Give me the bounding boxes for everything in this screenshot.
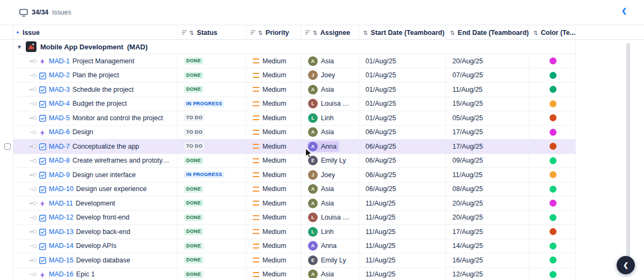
color-cell[interactable] xyxy=(529,225,576,239)
issue-key-link[interactable]: MAD-4 xyxy=(49,100,70,107)
issue-cell[interactable]: MAD-13Develop back-end xyxy=(13,225,178,239)
issue-key-link[interactable]: MAD-15 xyxy=(49,257,74,264)
issue-cell[interactable]: MAD-15Develop database xyxy=(13,253,178,267)
assignee-cell[interactable]: JJoey xyxy=(301,168,359,182)
start-date-cell[interactable]: 01/Aug/25 xyxy=(359,83,446,97)
filter-icon[interactable] xyxy=(251,31,255,35)
start-date-cell[interactable]: 06/Aug/25 xyxy=(359,182,446,196)
sort-icon[interactable]: ⇅ xyxy=(363,30,368,36)
table-row[interactable]: MAD-15Develop databaseDONEMediumEEmily L… xyxy=(13,253,575,268)
start-date-cell[interactable]: 06/Aug/25 xyxy=(359,154,446,168)
issue-key-link[interactable]: MAD-13 xyxy=(49,228,74,236)
priority-cell[interactable]: Medium xyxy=(246,239,301,253)
end-date-cell[interactable]: 20/Aug/25 xyxy=(446,54,529,68)
priority-cell[interactable]: Medium xyxy=(246,182,301,196)
issue-key-link[interactable]: MAD-9 xyxy=(49,171,70,179)
color-dot[interactable] xyxy=(550,72,557,79)
color-dot[interactable] xyxy=(550,114,557,121)
assignee-cell[interactable]: EEmily Ly xyxy=(301,154,359,168)
status-cell[interactable]: DONE xyxy=(178,69,246,83)
issue-cell[interactable]: MAD-12Develop front-end xyxy=(13,211,178,225)
sort-icon[interactable]: ⇅ xyxy=(258,30,263,36)
column-header-status[interactable]: ⇅Status xyxy=(178,25,246,40)
color-dot[interactable] xyxy=(550,157,557,164)
table-row[interactable]: MAD-11DevelopmentDONEMediumAAsia11/Aug/2… xyxy=(13,196,575,211)
issue-summary[interactable]: Design user experience xyxy=(76,185,147,193)
start-date-cell[interactable]: 11/Aug/25 xyxy=(359,253,446,267)
color-dot[interactable] xyxy=(550,243,557,250)
start-date-cell[interactable]: 01/Aug/25 xyxy=(359,111,446,125)
end-date-cell[interactable]: 17/Aug/25 xyxy=(446,140,529,153)
color-cell[interactable] xyxy=(529,126,576,140)
color-dot[interactable] xyxy=(550,129,557,136)
issue-summary[interactable]: Develop back-end xyxy=(76,228,130,236)
sort-icon[interactable]: ⇅ xyxy=(533,30,538,36)
status-cell[interactable]: TO DO xyxy=(178,126,246,140)
color-cell[interactable] xyxy=(529,239,576,253)
issue-summary[interactable]: Design xyxy=(72,128,93,136)
color-cell[interactable] xyxy=(529,168,576,182)
collapse-sidebar-fab[interactable]: ❮ xyxy=(617,256,635,274)
table-row[interactable]: MAD-9Design user interfaceIN PROGRESSMed… xyxy=(13,168,575,182)
end-date-cell[interactable]: 15/Aug/25 xyxy=(446,97,529,111)
end-date-cell[interactable]: 05/Aug/25 xyxy=(446,111,529,125)
issue-key-link[interactable]: MAD-12 xyxy=(49,214,74,221)
start-date-cell[interactable]: 06/Aug/25 xyxy=(359,168,446,182)
sort-ascending-icon[interactable]: ▲ xyxy=(16,30,20,34)
color-cell[interactable] xyxy=(529,83,576,97)
issue-summary[interactable]: Design user interface xyxy=(72,171,136,179)
column-header-issue[interactable]: ▲Issue xyxy=(13,25,178,40)
end-date-cell[interactable]: 09/Aug/25 xyxy=(446,154,529,168)
start-date-cell[interactable]: 06/Aug/25 xyxy=(359,126,446,140)
table-row[interactable]: MAD-5Monitor and control the projectTO D… xyxy=(13,111,575,126)
assignee-cell[interactable]: EEmily Ly xyxy=(301,253,359,267)
status-cell[interactable]: IN PROGRESS xyxy=(178,168,246,182)
color-cell[interactable] xyxy=(529,211,576,225)
issue-key-link[interactable]: MAD-1 xyxy=(49,57,70,65)
color-dot[interactable] xyxy=(550,57,557,64)
priority-cell[interactable]: Medium xyxy=(246,168,301,182)
table-row[interactable]: MAD-1Project ManagementDONEMediumAAsia01… xyxy=(13,54,575,69)
priority-cell[interactable]: Medium xyxy=(246,140,301,153)
start-date-cell[interactable]: 11/Aug/25 xyxy=(359,196,446,210)
table-row[interactable]: MAD-3Schedule the projectDONEMediumAAsia… xyxy=(13,83,575,97)
color-cell[interactable] xyxy=(529,54,576,68)
color-dot[interactable] xyxy=(550,200,557,207)
priority-cell[interactable]: Medium xyxy=(246,97,301,111)
end-date-cell[interactable]: 16/Aug/25 xyxy=(446,253,529,267)
table-row[interactable]: MAD-16Epic 1DONEMediumAAsia11/Aug/2512/A… xyxy=(13,268,575,278)
issue-summary[interactable]: Monitor and control the project xyxy=(72,114,163,122)
color-cell[interactable] xyxy=(529,97,576,111)
table-row[interactable]: MAD-14Develop APIsDONEMediumAAnna11/Aug/… xyxy=(13,239,575,254)
sort-icon[interactable]: ⇅ xyxy=(313,30,318,36)
row-checkbox[interactable] xyxy=(4,143,11,150)
issue-summary[interactable]: Epic 1 xyxy=(76,270,95,278)
assignee-cell[interactable]: AAsia xyxy=(301,268,359,278)
sort-icon[interactable]: ⇅ xyxy=(450,30,455,36)
color-dot[interactable] xyxy=(550,257,557,264)
end-date-cell[interactable]: 11/Aug/25 xyxy=(446,83,529,97)
issue-summary[interactable]: Development xyxy=(76,200,115,207)
priority-cell[interactable]: Medium xyxy=(246,211,301,225)
issue-summary[interactable]: Create wireframes and prototypes xyxy=(72,157,173,164)
color-cell[interactable] xyxy=(529,69,576,83)
color-dot[interactable] xyxy=(550,214,557,221)
color-dot[interactable] xyxy=(550,143,557,150)
table-row[interactable]: MAD-2Plan the projectDONEMediumJJoey01/A… xyxy=(13,69,575,83)
issue-key-link[interactable]: MAD-7 xyxy=(49,143,70,150)
end-date-cell[interactable]: 17/Aug/25 xyxy=(446,225,529,239)
issue-cell[interactable]: MAD-2Plan the project xyxy=(13,69,178,83)
issue-key-link[interactable]: MAD-11 xyxy=(49,200,73,207)
color-dot[interactable] xyxy=(550,171,557,178)
priority-cell[interactable]: Medium xyxy=(246,154,301,168)
color-cell[interactable] xyxy=(529,111,576,125)
start-date-cell[interactable]: 11/Aug/25 xyxy=(359,268,446,278)
vertical-scrollbar[interactable] xyxy=(626,43,630,270)
assignee-cell[interactable]: AAsia xyxy=(301,54,359,68)
group-expand-chevron-icon[interactable]: ▼ xyxy=(17,44,22,50)
status-cell[interactable]: DONE xyxy=(178,239,246,253)
color-cell[interactable] xyxy=(529,182,576,196)
color-cell[interactable] xyxy=(529,196,576,210)
status-cell[interactable]: DONE xyxy=(178,196,246,210)
issue-cell[interactable]: MAD-3Schedule the project xyxy=(13,83,178,97)
